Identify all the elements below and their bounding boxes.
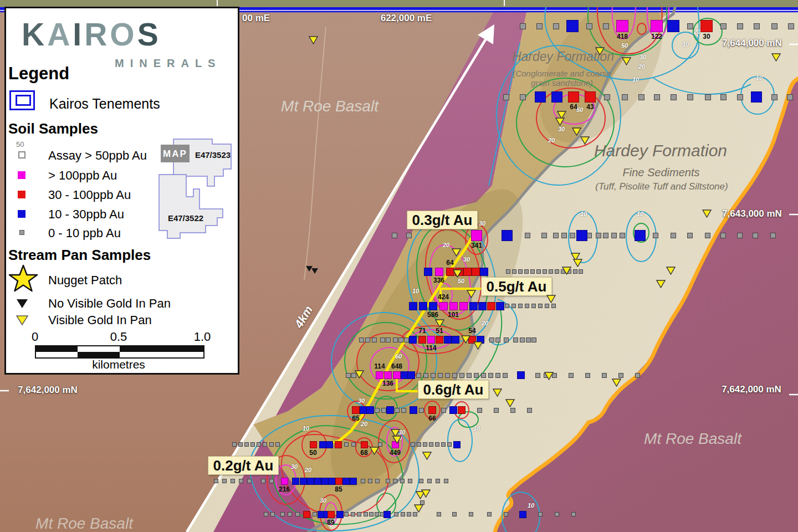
soil-sample-point	[428, 406, 436, 414]
soil-sample-point	[459, 302, 468, 310]
soil-sample-point	[535, 91, 546, 103]
inset-tenement-lower-label: E47/3522	[168, 213, 203, 223]
assay-value-label: 336	[433, 277, 444, 284]
assay-value-label: 424	[438, 293, 449, 301]
soil-sample-low	[611, 233, 617, 238]
kairos-logo-letter: S	[137, 17, 161, 52]
soil-sample-low	[573, 269, 577, 274]
soil-sample-low	[520, 23, 526, 29]
soil-item-label: 10 - 30ppb Au	[48, 207, 124, 222]
scale-bar	[35, 345, 204, 359]
soil-sample-low	[511, 304, 516, 308]
soil-sample-point	[300, 478, 307, 485]
soil-sample-point	[469, 302, 478, 310]
soil-sample-low	[400, 479, 405, 483]
kairos-logo-letter: A	[47, 17, 73, 52]
contour-value-label: 10	[756, 74, 763, 81]
contour-value-label: 20	[443, 242, 449, 248]
soil-sample-point	[436, 336, 443, 344]
contour-value-label: 50	[458, 278, 464, 284]
soil-sample-point	[326, 441, 333, 448]
contour-value-label: 20	[548, 137, 555, 144]
soil-sample-low	[553, 233, 559, 238]
assay-value-label: 114	[426, 344, 436, 352]
soil-sample-low	[477, 408, 482, 413]
soil-sample-low	[737, 23, 743, 29]
northing-label: 7,642,000 mN	[18, 385, 78, 396]
soil-sample-point	[496, 302, 504, 310]
soil-sample-point	[409, 336, 417, 344]
assay-value-label: 51	[436, 327, 443, 335]
soil-sample-low	[401, 408, 406, 413]
soil-sample-point	[429, 302, 437, 310]
assay-value-label: 122	[651, 33, 662, 40]
formation-label: Mt Roe Basalt	[35, 515, 133, 532]
gray-square-icon	[19, 230, 24, 235]
kairos-logo-letter: I	[73, 17, 84, 52]
soil-sample-low	[413, 512, 417, 516]
soil-sample-low	[495, 373, 500, 378]
soil-sample-low	[351, 512, 355, 516]
soil-sample-low	[513, 337, 518, 342]
soil-sample-point	[328, 511, 335, 518]
soil-sample-point	[651, 20, 663, 32]
assay-value-label: 71	[418, 327, 426, 335]
scale-tick-0: 0	[32, 330, 38, 344]
soil-sample-low	[524, 269, 529, 274]
soil-sample-low	[393, 479, 397, 483]
soil-sample-low	[275, 442, 280, 447]
assay-value-label: 449	[390, 449, 401, 457]
scale-arrow-label: 4km	[292, 304, 315, 330]
northing-label: 7,643,000 mN	[722, 208, 782, 219]
soil-sample-point	[519, 511, 526, 518]
contour-value-label: 20	[305, 467, 311, 473]
soil-sample-low	[788, 23, 794, 29]
soil-item-label: 30 - 100ppb Au	[48, 188, 131, 202]
soil-sample-point	[576, 230, 587, 241]
soil-sample-low	[244, 442, 249, 447]
soil-sample-point	[292, 478, 299, 485]
soil-sample-low	[620, 233, 625, 238]
contour-value-label: 20	[482, 320, 488, 326]
pan-sample-visible-gold	[544, 372, 554, 380]
soil-sample-low	[737, 94, 743, 100]
assay-value-label: 66	[428, 415, 436, 422]
soil-sample-low	[423, 373, 428, 378]
contour-value-label: 30	[558, 126, 565, 132]
pan-sample-visible-gold	[435, 319, 444, 328]
soil-sample-low	[404, 337, 409, 342]
grade-annotation: 0.3g/t Au	[407, 211, 478, 229]
soil-sample-low	[538, 512, 543, 516]
assay-value-label: 586	[427, 311, 438, 319]
exploration-map-page: 00 mE622,000 mE7,644,000 mN7,643,000 mN7…	[0, 0, 798, 532]
soil-sample-point	[384, 371, 392, 379]
soil-sample-low	[447, 442, 452, 447]
soil-sample-low	[687, 23, 693, 29]
soil-sample-low	[441, 408, 446, 413]
contour-value-label: 30	[640, 54, 646, 60]
contour-value-label: 10	[412, 288, 419, 294]
soil-sample-low	[687, 233, 693, 238]
soil-sample-low	[531, 304, 536, 308]
pan-sample-visible-gold	[546, 295, 556, 303]
soil-sample-low	[419, 479, 423, 483]
pan-sample-visible-gold	[461, 335, 470, 344]
assay-value-label: 30	[703, 33, 710, 40]
assay-value-label: 341	[471, 242, 482, 249]
soil-sample-point	[410, 406, 417, 414]
soil-sample-low	[375, 512, 379, 516]
soil-sample-low	[504, 337, 509, 342]
soil-sample-low	[452, 512, 457, 516]
soil-sample-low	[270, 512, 275, 516]
pan-sample-visible-gold	[771, 53, 781, 62]
assay-value-label: 648	[391, 362, 402, 370]
soil-sample-low	[754, 23, 760, 29]
assay-value-label: 68	[360, 449, 367, 457]
soil-sample-low	[569, 373, 574, 378]
soil-sample-low	[520, 337, 525, 342]
tenement-inset-map: MAP E47/3523 E47/3522	[154, 135, 241, 243]
soil-sample-low	[408, 479, 412, 483]
soil-sample-low	[375, 479, 380, 483]
assay-value-label: 216	[279, 485, 290, 493]
black-triangle-icon	[16, 299, 28, 309]
